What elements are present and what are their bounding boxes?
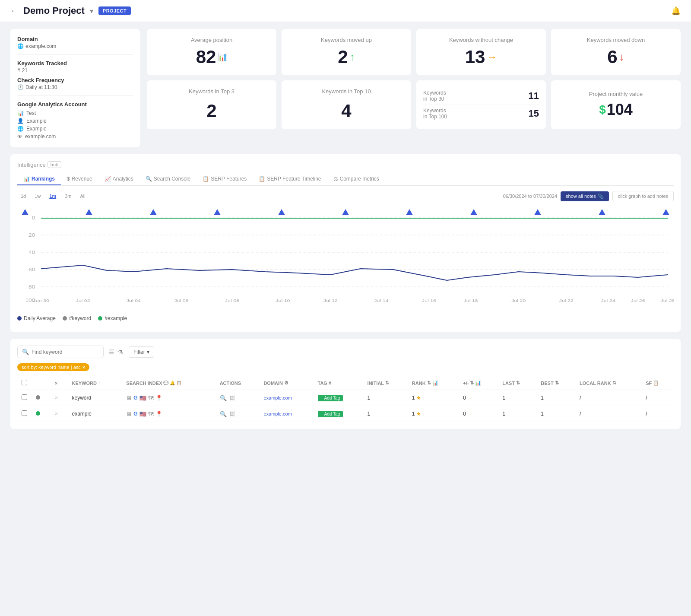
best-sort-icon: ⇅	[555, 380, 559, 386]
time-1m[interactable]: 1m	[46, 192, 60, 200]
tab-serp-features[interactable]: 📋 SERP Features	[197, 173, 253, 185]
svg-text:Jul 10: Jul 10	[276, 298, 290, 303]
th-best[interactable]: BEST ⇅	[536, 376, 575, 390]
th-initial[interactable]: INITIAL ⇅	[363, 376, 408, 390]
row-checkbox-1[interactable]	[22, 410, 27, 416]
tab-analytics[interactable]: 📈 Analytics	[98, 173, 139, 185]
desktop-icon: 🖥	[126, 395, 132, 401]
svg-text:Jul 24: Jul 24	[601, 298, 615, 303]
table-row: × keyword 🖥 G 🇺🇸 🗺 📍	[17, 390, 674, 406]
list-view-icon[interactable]: ☰	[109, 349, 114, 356]
th-rank[interactable]: RANK ⇅ 📊	[408, 376, 459, 390]
th-local-rank[interactable]: LOCAL RANK ⇅	[575, 376, 641, 390]
chart-legend: Daily Average #keyword #example	[17, 312, 674, 325]
time-all[interactable]: All	[77, 192, 89, 200]
flag-icon-1: 🇺🇸	[139, 411, 146, 417]
svg-text:Jul 12: Jul 12	[323, 298, 338, 303]
legend-dot-daily-avg	[17, 316, 22, 321]
th-domain: DOMAIN ⚙	[259, 376, 313, 390]
filter-button[interactable]: Filter ▾	[129, 346, 154, 358]
stat-keywords-no-change: Keywords without change 13 →	[416, 29, 546, 75]
topbar: ← Demo Project ▾ PROJECT 🔔	[0, 0, 691, 22]
serp-timeline-icon: 📋	[259, 176, 265, 182]
search-action-icon-1[interactable]: 🔍	[220, 411, 227, 417]
row-local-rank-1: /	[575, 406, 641, 422]
image-action-icon[interactable]: 🖼	[229, 395, 235, 401]
time-1w[interactable]: 1w	[31, 192, 44, 200]
notes-icon: 📎	[598, 194, 604, 199]
tab-compare[interactable]: ⚖ Compare metrics	[327, 173, 385, 185]
time-3m[interactable]: 3m	[61, 192, 75, 200]
notification-icon[interactable]: 🔔	[671, 6, 681, 16]
back-button[interactable]: ←	[10, 6, 18, 16]
analytics-items: 📊 Test 👤 Example 🌐 Example 👁 example.com	[17, 109, 133, 140]
legend-dot-keyword	[63, 316, 67, 321]
th-keyword[interactable]: KEYWORD ↑	[67, 376, 122, 390]
svg-text:Jun 30: Jun 30	[33, 298, 49, 303]
search-action-icon[interactable]: 🔍	[220, 395, 227, 401]
title-dropdown-icon[interactable]: ▾	[90, 7, 93, 15]
time-filters: 1d 1w 1m 3m All	[17, 192, 89, 200]
click-graph-button[interactable]: click graph to add notes	[612, 191, 674, 201]
add-tag-button-0[interactable]: + Add Tag	[318, 395, 343, 401]
svg-text:Jul 04: Jul 04	[127, 298, 141, 303]
th-plus-minus[interactable]: +/- ⇅ 📊	[459, 376, 498, 390]
add-tag-button-1[interactable]: + Add Tag	[318, 411, 343, 417]
legend-label-daily-avg: Daily Average	[24, 315, 56, 321]
row-sf-1: /	[641, 406, 674, 422]
legend-daily-avg: Daily Average	[17, 315, 56, 321]
tab-rankings[interactable]: 📊 Rankings	[17, 173, 61, 185]
row-status-cell-0	[32, 390, 51, 406]
row-icon-cell-0: ×	[51, 390, 68, 406]
analytics-icon-0: 📊	[17, 110, 24, 116]
row-search-index-0: 🖥 G 🇺🇸 🗺 📍	[122, 390, 215, 406]
analytics-section: Google Analytics Account 📊 Test 👤 Exampl…	[17, 101, 133, 140]
tab-search-console[interactable]: 🔍 Search Console	[139, 173, 197, 185]
sort-close-button[interactable]: ×	[82, 365, 85, 370]
keywords-tracked-label: Keywords Tracked	[17, 60, 133, 67]
table-header: × KEYWORD ↑ SEARCH INDEX 💬 🔔 📋 ACTIONS D…	[17, 376, 674, 390]
search-input[interactable]	[32, 349, 99, 355]
time-1d[interactable]: 1d	[17, 192, 29, 200]
initial-sort-icon: ⇅	[385, 380, 389, 386]
keywords-up-label: Keywords moved up	[290, 37, 403, 43]
avg-position-value: 82 📊	[155, 47, 268, 67]
stat-top-30-row: Keywordsin Top 30 11	[423, 87, 539, 105]
kw-top100-label: Keywordsin Top 100	[423, 108, 447, 120]
chart-actions: 06/30/2024 to 07/30/2024 show all notes …	[503, 191, 674, 201]
select-all-checkbox[interactable]	[22, 380, 27, 385]
row-plus-minus-0: 0 →	[459, 390, 498, 406]
svg-text:60: 60	[29, 267, 35, 273]
desktop-icon-1: 🖥	[126, 411, 132, 417]
status-dot-0	[36, 395, 40, 400]
tab-revenue[interactable]: $ Revenue	[61, 173, 98, 185]
search-box[interactable]: 🔍	[17, 346, 104, 358]
topbar-left: ← Demo Project ▾ PROJECT	[10, 5, 131, 16]
filter-icon[interactable]: ⚗	[118, 349, 124, 356]
keywords-no-change-value: 13 →	[425, 47, 537, 67]
serp-features-icon: 📋	[203, 176, 209, 182]
row-keyword-cell-1: example	[67, 406, 122, 422]
legend-label-keyword: #keyword	[69, 315, 91, 321]
legend-dot-example	[98, 316, 102, 321]
map-icon: 🗺	[148, 395, 154, 401]
chart-svg[interactable]: 0 20 40 60 80 100 Jun 30 Jul 02 Jul 04 J…	[17, 205, 674, 308]
row-search-index-1: 🖥 G 🇺🇸 🗺 📍	[122, 406, 215, 422]
toolbar-icons: ☰ ⚗	[109, 349, 124, 356]
row-best-1: 1	[536, 406, 575, 422]
row-rank-0: 1 ★	[408, 390, 459, 406]
row-checkbox-0[interactable]	[22, 394, 27, 400]
th-sf: SF 📋	[641, 376, 674, 390]
tab-serp-timeline[interactable]: 📋 SERP Feature Timeline	[253, 173, 327, 185]
image-action-icon-1[interactable]: 🖼	[229, 411, 235, 417]
arrow-up-icon: ↑	[350, 51, 355, 63]
map-icon-1: 🗺	[148, 411, 154, 417]
rank-arrow-1: →	[467, 411, 472, 417]
svg-text:40: 40	[29, 250, 35, 255]
show-all-notes-button[interactable]: show all notes 📎	[561, 191, 609, 201]
analytics-icon-1: 👤	[17, 118, 24, 124]
project-badge: PROJECT	[98, 6, 131, 15]
th-last[interactable]: LAST ⇅	[498, 376, 536, 390]
stat-keywords-up: Keywords moved up 2 ↑	[282, 29, 411, 75]
table-row: × example 🖥 G 🇺🇸 🗺 📍	[17, 406, 674, 422]
